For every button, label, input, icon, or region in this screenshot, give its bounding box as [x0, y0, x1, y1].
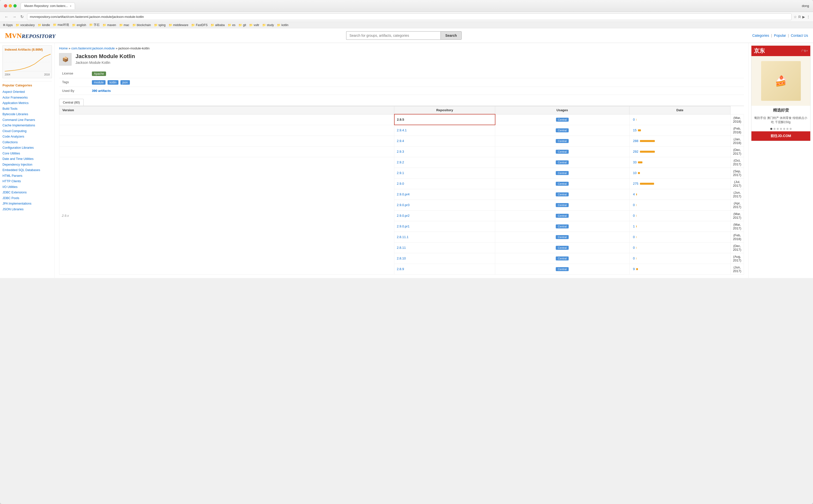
license-badge[interactable]: Apache	[92, 72, 106, 76]
central-badge[interactable]: Central	[556, 192, 568, 196]
close-button[interactable]	[4, 4, 7, 7]
sidebar-item-json-libraries[interactable]: JSON Libraries	[2, 207, 52, 212]
usage-number[interactable]: 0	[633, 256, 635, 260]
usage-number[interactable]: 9	[633, 267, 635, 271]
version-cell[interactable]: 2.9.0.pr3	[394, 200, 495, 210]
central-badge[interactable]: Central	[556, 235, 568, 239]
ad-dot-4[interactable]	[783, 128, 785, 130]
bookmark-blockchain[interactable]: 📁 blockchain	[132, 23, 151, 27]
central-badge[interactable]: Central	[556, 171, 568, 175]
sidebar-item-core-utilities[interactable]: Core Utilities	[2, 151, 52, 156]
sidebar-item-bytecode-libraries[interactable]: Bytecode Libraries	[2, 111, 52, 117]
sidebar-item-dependency-injection[interactable]: Dependency Injection	[2, 162, 52, 168]
version-cell[interactable]: 2.8.9	[394, 264, 495, 274]
version-cell[interactable]: 2.8.11.1	[394, 232, 495, 242]
maximize-button[interactable]	[13, 4, 17, 7]
usage-number[interactable]: 10	[633, 171, 636, 175]
ad-dot-0[interactable]	[770, 128, 772, 130]
bookmark-zishi[interactable]: 📁 字石	[89, 23, 100, 27]
sidebar-item-cloud-computing[interactable]: Cloud Computing	[2, 128, 52, 134]
central-badge[interactable]: Central	[556, 214, 568, 218]
sidebar-item-http-clients[interactable]: HTTP Clients	[2, 179, 52, 184]
version-cell[interactable]: 2.9.0.pr2	[394, 210, 495, 221]
sidebar-item-code-analyzers[interactable]: Code Analyzers	[2, 134, 52, 140]
sidebar-item-jpa-implementations[interactable]: JPA Implementations	[2, 201, 52, 207]
tag-json[interactable]: json	[120, 80, 130, 85]
forward-button[interactable]: →	[11, 14, 18, 20]
tag-kotlin[interactable]: kotlin	[108, 80, 118, 85]
usage-number[interactable]: 0	[633, 214, 635, 217]
bookmark-study[interactable]: 📁 study	[262, 23, 274, 27]
central-badge[interactable]: Central	[556, 128, 568, 132]
version-cell[interactable]: 2.9.4.1	[394, 125, 495, 136]
bookmark-maven[interactable]: 📁 maven	[103, 23, 116, 27]
central-badge[interactable]: Central	[556, 246, 568, 250]
usage-number[interactable]: 15	[633, 128, 636, 132]
search-button[interactable]: Search	[441, 31, 462, 40]
bookmark-vocabulary[interactable]: 📁 vocabulary	[16, 23, 35, 27]
minimize-button[interactable]	[9, 4, 12, 7]
sidebar-item-configuration-libraries[interactable]: Configuration Libraries	[2, 145, 52, 151]
bookmark-sping[interactable]: 📁 sping	[154, 23, 166, 27]
sidebar-item-command-line-parsers[interactable]: Command Line Parsers	[2, 117, 52, 123]
version-cell[interactable]: 2.9.4	[394, 136, 495, 146]
refresh-button[interactable]: ↻	[19, 14, 25, 20]
breadcrumb-group[interactable]: com.fasterxml.jackson.module	[71, 46, 115, 50]
sidebar-item-jdbc-extensions[interactable]: JDBC Extensions	[2, 190, 52, 195]
usage-number[interactable]: 4	[633, 192, 635, 196]
bookmark-mac[interactable]: 📁 mac	[119, 23, 129, 27]
usage-number[interactable]: 1	[633, 224, 635, 228]
bookmark-alibaba[interactable]: 📁 alibaba	[211, 23, 225, 27]
sidebar-item-io-utilities[interactable]: I/O Utilities	[2, 184, 52, 190]
bookmark-english[interactable]: 📁 english	[72, 23, 86, 27]
version-cell[interactable]: 2.9.2	[394, 157, 495, 168]
bookmark-es[interactable]: 📁 es	[228, 23, 235, 27]
central-badge[interactable]: Central	[556, 118, 569, 122]
sidebar-item-html-parsers[interactable]: HTML Parsers	[2, 173, 52, 179]
sidebar-item-actor-frameworks[interactable]: Actor Frameworks	[2, 95, 52, 101]
central-badge[interactable]: Central	[556, 224, 568, 228]
categories-link[interactable]: Categories	[752, 34, 769, 37]
version-cell[interactable]: 2.9.0	[394, 178, 495, 189]
usage-number[interactable]: 33	[633, 160, 636, 164]
breadcrumb-home[interactable]: Home	[59, 46, 68, 50]
usage-number[interactable]: 275	[633, 182, 638, 185]
bookmark-mac-env[interactable]: 📁 mac环境	[53, 23, 69, 27]
bookmark-apps[interactable]: ⊞ Apps	[3, 23, 13, 27]
bookmark-fastdfs[interactable]: 📁 FastDFS	[191, 23, 208, 27]
ad-cta-button[interactable]: 前往JD.COM	[751, 131, 810, 141]
bookmark-kindle[interactable]: 📁 kindle	[38, 23, 50, 27]
bookmark-middleware[interactable]: 📁 middleware	[169, 23, 188, 27]
usage-number[interactable]: 292	[633, 150, 638, 153]
ad-dot-6[interactable]	[790, 128, 792, 130]
tab-close-icon[interactable]: ×	[70, 5, 71, 7]
central-tab[interactable]: Central (80)	[59, 99, 84, 106]
sidebar-item-aspect-oriented[interactable]: Aspect Oriented	[2, 89, 52, 95]
sidebar-item-collections[interactable]: Collections	[2, 140, 52, 145]
sidebar-item-date-time-utilities[interactable]: Date and Time Utilities	[2, 156, 52, 162]
site-logo[interactable]: MVNREPOSITORY	[5, 31, 55, 40]
ad-dot-2[interactable]	[777, 128, 779, 130]
sidebar-item-cache-implementations[interactable]: Cache Implementations	[2, 123, 52, 128]
usage-number[interactable]: 288	[633, 139, 638, 143]
sidebar-item-jdbc-pools[interactable]: JDBC Pools	[2, 195, 52, 201]
bookmark-git[interactable]: 📁 git	[238, 23, 246, 27]
back-button[interactable]: ←	[3, 14, 10, 20]
active-tab[interactable]: Maven Repository: com.fasterx... ×	[21, 2, 75, 9]
usage-number[interactable]: 0	[633, 246, 635, 250]
reader-icon[interactable]: R	[798, 15, 801, 19]
ad-label[interactable]: 广告×	[801, 49, 808, 53]
star-icon[interactable]: ☆	[794, 15, 797, 19]
central-badge[interactable]: Central	[556, 182, 568, 186]
version-cell[interactable]: 2.8.10	[394, 253, 495, 264]
cast-icon[interactable]: ▶	[802, 15, 805, 19]
sidebar-item-application-metrics[interactable]: Application Metrics	[2, 100, 52, 106]
sidebar-item-build-tools[interactable]: Build Tools	[2, 106, 52, 112]
version-cell[interactable]: 2.9.5	[394, 114, 495, 125]
central-badge[interactable]: Central	[556, 160, 568, 164]
central-badge[interactable]: Central	[556, 203, 568, 207]
usage-number[interactable]: 0	[633, 118, 635, 121]
bookmark-vultr[interactable]: 📁 vultr	[249, 23, 259, 27]
used-by-link[interactable]: 390 artifacts	[92, 89, 111, 93]
version-cell[interactable]: 2.9.1	[394, 168, 495, 178]
